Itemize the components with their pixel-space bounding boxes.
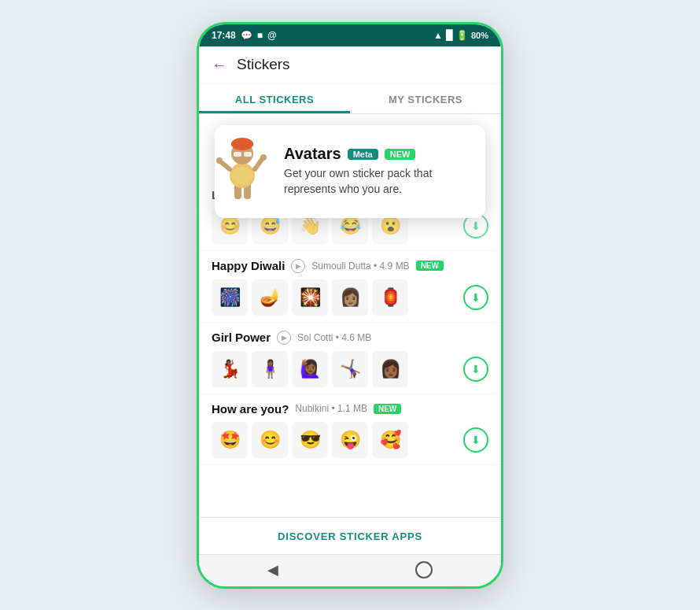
sticker-pack-1: Girl Power ▶ Sol Cotti • 4.6 MB 💃🏾 🧍🏾‍♀️… [199,323,501,394]
sticker-thumb: 🤩 [212,422,248,458]
sticker-list: LOORIZ ● Majfuri • 1.5 MB NEW 😊 😅 👋 😂 😮 … [199,177,501,517]
svg-rect-9 [234,152,241,157]
svg-rect-8 [231,142,253,146]
tabs-bar: ALL STICKERS MY STICKERS [199,84,501,114]
phone-frame: 17:48 💬 ■ @ ▲ ▉ 🔋 80% ← Stickers ALL STI… [197,22,503,589]
pack-header: Happy Diwali ▶ Sumouli Dutta • 4.9 MB NE… [212,259,488,273]
tab-my-stickers[interactable]: MY STICKERS [350,84,501,113]
new-badge: NEW [385,149,416,160]
sticker-thumb: 😜 [332,422,368,458]
sticker-thumb: 😊 [252,422,288,458]
sticker-thumb: 🤸🏾‍♀️ [332,351,368,387]
sticker-thumb: 🥰 [372,422,408,458]
sticker-pack-0: Happy Diwali ▶ Sumouli Dutta • 4.9 MB NE… [199,251,501,323]
sticker-thumb: 🧍🏾‍♀️ [252,351,288,387]
nav-back-icon[interactable]: ◀ [267,561,278,579]
tooltip-description: Get your own sticker pack that represent… [284,166,473,197]
app-bar: ← Stickers [199,46,501,84]
pack-name-2: How are you? [212,402,289,416]
sticker-thumb: 🏮 [372,279,408,316]
download-button-2[interactable]: ⬇ [463,427,488,453]
pack-name-1: Girl Power [212,331,271,344]
meta-badge: Meta [348,149,378,160]
pack-meta-0: Sumouli Dutta • 4.9 MB [311,261,409,272]
pack-name-0: Happy Diwali [212,259,285,272]
pack-row-2: 🤩 😊 😎 😜 🥰 ⬇ [212,422,488,458]
svg-point-3 [232,167,252,184]
pack-meta-2: Nubikini • 1.1 MB [295,403,367,414]
wifi-icon: ▲ [433,30,443,41]
pack-meta-1: Sol Cotti • 4.6 MB [297,332,371,343]
sticker-thumb: 🎇 [292,279,328,316]
download-button-0[interactable]: ⬇ [463,285,488,310]
sticker-pack-2: How are you? Nubikini • 1.1 MB NEW 🤩 😊 😎… [199,394,501,465]
time-display: 17:48 [212,30,236,41]
pack-new-badge-0: NEW [416,261,444,271]
pack-header-2: How are you? Nubikini • 1.1 MB NEW [212,402,488,416]
tooltip-title: Avatars [284,145,341,163]
pack-new-badge-2: NEW [374,404,401,414]
at-icon: @ [267,30,277,41]
instagram-icon: ■ [257,30,263,41]
sticker-thumb: 👩🏾 [372,351,408,387]
tab-all-stickers[interactable]: ALL STICKERS [199,84,350,113]
sticker-thumbs-2: 🤩 😊 😎 😜 🥰 [212,422,459,458]
sticker-thumb: 👩🏽 [332,279,368,316]
svg-point-12 [216,157,223,164]
bottom-nav: ◀ [199,554,501,586]
signal-icon: ▉ [446,30,453,41]
back-button[interactable]: ← [212,56,227,74]
play-button-0[interactable]: ▶ [291,259,305,273]
pack-row-1: 💃🏾 🧍🏾‍♀️ 🙋🏾‍♀️ 🤸🏾‍♀️ 👩🏾 ⬇ [212,351,488,387]
avatars-tooltip-card[interactable]: Avatars Meta NEW Get your own sticker pa… [215,125,485,218]
play-button-1[interactable]: ▶ [277,331,291,345]
sticker-thumbs-1: 💃🏾 🧍🏾‍♀️ 🙋🏾‍♀️ 🤸🏾‍♀️ 👩🏾 [212,351,459,387]
battery-level: 80% [471,31,488,40]
sticker-thumb: 🪔 [252,279,288,316]
sticker-thumb: 💃🏾 [212,351,248,387]
tooltip-content: Avatars Meta NEW Get your own sticker pa… [278,145,473,197]
discover-footer[interactable]: DISCOVER STICKER APPS [199,517,501,554]
sticker-thumbs-0: 🎆 🪔 🎇 👩🏽 🏮 [212,279,459,316]
avatar-image [207,120,278,207]
pack-header-1: Girl Power ▶ Sol Cotti • 4.6 MB [212,331,488,345]
sticker-thumb: 😎 [292,422,328,458]
download-button-1[interactable]: ⬇ [463,357,488,382]
whatsapp-icon: 💬 [241,30,252,41]
status-bar: 17:48 💬 ■ @ ▲ ▉ 🔋 80% [199,24,501,46]
sticker-thumb: 🎆 [212,279,248,316]
pack-row-0: 🎆 🪔 🎇 👩🏽 🏮 ⬇ [212,279,488,316]
battery-icon: 🔋 [456,30,468,41]
nav-home-button[interactable] [415,561,433,579]
discover-label[interactable]: DISCOVER STICKER APPS [278,531,422,542]
svg-rect-10 [244,152,252,157]
sticker-thumb: 🙋🏾‍♀️ [292,351,328,387]
page-title: Stickers [237,56,290,73]
svg-point-13 [260,154,267,161]
